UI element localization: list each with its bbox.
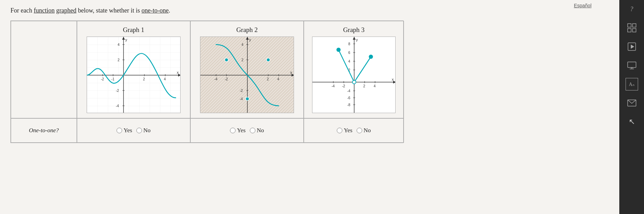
svg-text:2: 2 [241, 58, 244, 62]
graphed-link[interactable]: graphed [56, 7, 76, 14]
svg-text:4: 4 [374, 84, 376, 88]
svg-point-49 [246, 97, 249, 101]
svg-text:-8: -8 [347, 103, 350, 107]
graph2-no-label[interactable]: No [250, 127, 264, 134]
svg-line-78 [339, 50, 354, 82]
main-content: Español For each function graphed below,… [0, 0, 619, 214]
svg-text:y: y [125, 38, 127, 42]
svg-text:y: y [249, 38, 251, 42]
svg-text:-2: -2 [116, 89, 119, 93]
graph1-yes-text: Yes [124, 127, 132, 134]
graph1-radio-row: Yes No [117, 127, 151, 134]
svg-text:6: 6 [348, 51, 350, 55]
svg-text:-4: -4 [214, 77, 217, 81]
svg-text:-1: -1 [111, 77, 114, 81]
graph2-yes-radio[interactable] [230, 128, 236, 133]
svg-rect-85 [628, 29, 631, 32]
svg-text:y: y [356, 38, 358, 42]
graph3-title: Graph 3 [343, 26, 365, 34]
svg-point-48 [267, 58, 270, 62]
graph3-yes-radio[interactable] [337, 128, 342, 133]
graph2-radio-row: Yes No [230, 127, 264, 134]
graph3-yes-text: Yes [344, 127, 352, 134]
graph3-yes-label[interactable]: Yes [337, 127, 352, 134]
svg-text:-2: -2 [101, 77, 104, 81]
graph1-yes-label[interactable]: Yes [117, 127, 132, 134]
svg-text:x: x [392, 77, 394, 81]
function-link[interactable]: function [34, 7, 55, 14]
graph3-cell: Graph 3 x y -4 [304, 21, 404, 118]
espanol-button[interactable]: Español [574, 3, 591, 8]
svg-text:-2: -2 [240, 89, 243, 93]
svg-text:-4: -4 [347, 89, 350, 93]
graph1-cell: Graph 1 [77, 21, 190, 118]
svg-text:4: 4 [348, 60, 350, 63]
graph1-svg: x y -1 -2 2 4 4 [87, 37, 181, 113]
svg-text:-2: -2 [225, 77, 228, 81]
graph3-no-radio[interactable] [357, 128, 362, 133]
top-left-cell [11, 21, 77, 118]
main-table: Graph 1 [10, 21, 404, 143]
svg-text:x: x [177, 70, 179, 74]
svg-text:4: 4 [118, 43, 120, 47]
one-to-one-label-cell: One-to-one? [11, 118, 77, 143]
svg-text:-2: -2 [342, 84, 345, 88]
svg-rect-83 [628, 24, 631, 27]
svg-text:4: 4 [241, 43, 244, 47]
play-icon[interactable] [626, 40, 638, 53]
cursor-icon: ↖ [626, 116, 638, 128]
sidebar: ? Aₙ ↖ [619, 0, 644, 214]
svg-text:4: 4 [164, 77, 166, 81]
grid-icon[interactable] [626, 22, 638, 34]
question-text: For each function graphed below, state w… [10, 7, 609, 14]
graph3-no-text: No [364, 127, 371, 134]
svg-text:2: 2 [143, 77, 145, 81]
mail-icon[interactable] [626, 97, 638, 109]
svg-line-79 [354, 57, 371, 82]
svg-marker-53 [353, 37, 356, 40]
graph3-box: x y -4 -2 2 4 8 6 [312, 37, 396, 113]
one-to-one-label: One-to-one? [29, 127, 59, 134]
graph2-no-text: No [257, 127, 264, 134]
graph3-radio-cell: Yes No [304, 118, 404, 143]
svg-text:2: 2 [118, 58, 120, 62]
graph1-radio-cell: Yes No [77, 118, 190, 143]
svg-rect-86 [633, 29, 636, 32]
graph1-box: x y -1 -2 2 4 4 [87, 37, 181, 113]
graph2-radio-cell: Yes No [190, 118, 304, 143]
graph2-cell: Graph 2 [190, 21, 304, 118]
svg-text:4: 4 [277, 77, 279, 81]
svg-rect-84 [633, 24, 636, 27]
graph2-box: x y -2 -4 2 4 4 2 [200, 37, 294, 113]
svg-text:x: x [290, 70, 292, 74]
graph2-title: Graph 2 [236, 26, 258, 34]
graph2-yes-text: Yes [237, 127, 246, 134]
graph2-no-radio[interactable] [250, 128, 255, 133]
graph1-title: Graph 1 [123, 26, 144, 34]
graph3-svg: x y -4 -2 2 4 8 6 [312, 37, 396, 113]
svg-marker-88 [631, 45, 634, 49]
svg-text:2: 2 [267, 77, 269, 81]
text-icon[interactable]: Aₙ [626, 78, 638, 90]
graph3-radio-row: Yes No [337, 127, 371, 134]
svg-text:-4: -4 [116, 104, 119, 108]
svg-point-47 [225, 58, 228, 62]
svg-text:-6: -6 [347, 96, 350, 100]
graph1-no-label[interactable]: No [136, 127, 151, 134]
graph2-yes-label[interactable]: Yes [230, 127, 246, 134]
svg-text:-4: -4 [332, 84, 335, 88]
help-icon[interactable]: ? [626, 3, 638, 15]
svg-text:-4: -4 [240, 97, 243, 101]
graph1-no-radio[interactable] [136, 128, 142, 133]
svg-text:8: 8 [348, 42, 350, 46]
graph1-no-text: No [143, 127, 151, 134]
svg-point-81 [336, 48, 341, 52]
svg-rect-89 [628, 62, 636, 68]
svg-point-80 [352, 80, 356, 84]
graph1-yes-radio[interactable] [117, 128, 122, 133]
svg-text:2: 2 [363, 84, 365, 88]
graph3-no-label[interactable]: No [357, 127, 371, 134]
graph2-svg: x y -2 -4 2 4 4 2 [200, 37, 294, 113]
one-to-one-link[interactable]: one-to-one [142, 7, 169, 14]
screen-icon[interactable] [626, 59, 638, 72]
